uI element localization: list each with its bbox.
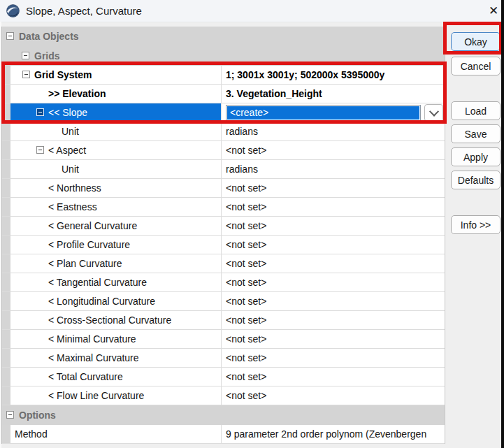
row-minimal-curvature: < Minimal Curvature<not set> bbox=[2, 330, 445, 349]
param-value-plan-curvature[interactable]: <not set> bbox=[222, 254, 445, 273]
param-name-label: < Cross-Sectional Curvature bbox=[48, 315, 171, 326]
param-value-profile-curvature[interactable]: <not set> bbox=[222, 236, 445, 254]
param-name-grid-system[interactable]: Grid System bbox=[10, 66, 222, 84]
param-name-profile-curvature[interactable]: < Profile Curvature bbox=[10, 236, 222, 254]
row-tangential-curvature: < Tangential Curvature<not set> bbox=[2, 273, 445, 292]
param-value-label: <not set> bbox=[226, 390, 266, 401]
param-value-label: 9 parameter 2nd order polynom (Zevenberg… bbox=[226, 428, 426, 440]
row-gutter bbox=[2, 273, 10, 291]
param-value-grid-system[interactable]: 1; 3001x 3001y; 502000x 5395000y bbox=[222, 66, 445, 84]
collapse-icon-grids[interactable] bbox=[22, 52, 29, 59]
param-name-total-curvature[interactable]: < Total Curvature bbox=[10, 368, 222, 386]
param-value-elevation[interactable]: 3. Vegetation_Height bbox=[222, 85, 445, 103]
screen-edge-strip bbox=[501, 0, 504, 448]
load-button[interactable]: Load bbox=[451, 101, 501, 120]
param-value-aspect[interactable]: <not set> bbox=[222, 141, 445, 159]
param-value-label: 3. Vegetation_Height bbox=[226, 88, 322, 99]
param-name-cross-sectional-curvature[interactable]: < Cross-Sectional Curvature bbox=[10, 311, 222, 329]
param-value-label: <not set> bbox=[226, 258, 266, 269]
info-button[interactable]: Info >> bbox=[451, 215, 501, 234]
saga-app-icon bbox=[6, 4, 20, 17]
collapse-icon-aspect[interactable] bbox=[36, 146, 44, 154]
param-value-label: <not set> bbox=[226, 145, 266, 156]
param-value-tangential-curvature[interactable]: <not set> bbox=[222, 273, 445, 291]
param-name-label: < Maximal Curvature bbox=[48, 352, 139, 363]
param-value-label: radians bbox=[226, 126, 258, 137]
okay-button[interactable]: Okay bbox=[451, 32, 501, 51]
row-gutter bbox=[2, 141, 10, 159]
param-name-label: < Flow Line Curvature bbox=[48, 390, 144, 401]
param-value-eastness[interactable]: <not set> bbox=[222, 198, 445, 216]
row-flow-line-curvature: < Flow Line Curvature<not set> bbox=[2, 386, 445, 405]
row-aspect: < Aspect<not set> bbox=[2, 141, 445, 160]
apply-button[interactable]: Apply bbox=[451, 147, 501, 166]
param-name-aspect[interactable]: < Aspect bbox=[10, 141, 222, 159]
param-value-label: <not set> bbox=[226, 315, 266, 326]
param-name-flow-line-curvature[interactable]: < Flow Line Curvature bbox=[10, 386, 222, 405]
row-gutter bbox=[2, 66, 10, 84]
parameters-table: Data ObjectsGridsGrid System1; 3001x 300… bbox=[1, 27, 445, 444]
param-name-maximal-curvature[interactable]: < Maximal Curvature bbox=[10, 349, 222, 367]
param-value-label: <not set> bbox=[226, 182, 266, 194]
save-button[interactable]: Save bbox=[451, 124, 501, 143]
param-name-longitudinal-curvature[interactable]: < Longitudinal Curvature bbox=[10, 292, 222, 310]
param-value-general-curvature[interactable]: <not set> bbox=[222, 217, 445, 235]
row-gutter bbox=[2, 103, 10, 122]
param-name-label: < Eastness bbox=[48, 201, 97, 212]
value-combobox[interactable]: <create> bbox=[226, 105, 421, 121]
collapse-icon-options[interactable] bbox=[6, 411, 14, 419]
category-label: Data Objects bbox=[19, 27, 79, 46]
param-name-tangential-curvature[interactable]: < Tangential Curvature bbox=[10, 273, 222, 291]
row-options: Options bbox=[2, 405, 445, 425]
cancel-button[interactable]: Cancel bbox=[451, 57, 501, 75]
row-method: Method9 parameter 2nd order polynom (Zev… bbox=[2, 425, 445, 444]
row-gutter bbox=[2, 386, 10, 405]
param-value-method[interactable]: 9 parameter 2nd order polynom (Zevenberg… bbox=[222, 425, 445, 443]
param-value-maximal-curvature[interactable]: <not set> bbox=[222, 349, 445, 367]
row-northness: < Northness<not set> bbox=[2, 179, 445, 198]
param-name-plan-curvature[interactable]: < Plan Curvature bbox=[10, 254, 222, 273]
param-name-label: < Minimal Curvature bbox=[48, 333, 136, 345]
param-value-unit[interactable]: radians bbox=[222, 160, 445, 178]
param-value-label: <not set> bbox=[226, 277, 266, 288]
param-value-total-curvature[interactable]: <not set> bbox=[222, 368, 445, 386]
row-gutter bbox=[2, 311, 10, 329]
row-longitudinal-curvature: < Longitudinal Curvature<not set> bbox=[2, 292, 445, 311]
row-unit: Unitradians bbox=[2, 122, 445, 141]
row-gutter bbox=[2, 292, 10, 310]
row-slope: << Slope<create> bbox=[2, 103, 445, 122]
row-general-curvature: < General Curvature<not set> bbox=[2, 217, 445, 236]
row-gutter bbox=[2, 425, 10, 443]
combobox-dropdown-button[interactable] bbox=[424, 104, 443, 122]
param-name-unit[interactable]: Unit bbox=[10, 160, 222, 178]
param-value-label: <not set> bbox=[226, 296, 266, 307]
param-name-northness[interactable]: < Northness bbox=[10, 179, 222, 197]
category-label: Grids bbox=[34, 46, 60, 66]
param-name-elevation[interactable]: >> Elevation bbox=[10, 85, 222, 103]
param-name-label: < General Curvature bbox=[48, 220, 137, 231]
param-value-cross-sectional-curvature[interactable]: <not set> bbox=[222, 311, 445, 329]
row-gutter bbox=[2, 85, 10, 103]
param-value-northness[interactable]: <not set> bbox=[222, 179, 445, 197]
param-value-slope[interactable]: <create> bbox=[222, 103, 445, 122]
row-gutter bbox=[2, 217, 10, 235]
close-icon[interactable]: ✕ bbox=[485, 3, 502, 19]
collapse-icon-grid-system[interactable] bbox=[22, 71, 30, 78]
param-name-label: >> Elevation bbox=[48, 88, 106, 99]
param-value-label: <not set> bbox=[226, 333, 266, 345]
param-name-general-curvature[interactable]: < General Curvature bbox=[10, 217, 222, 235]
param-value-flow-line-curvature[interactable]: <not set> bbox=[222, 386, 445, 405]
row-maximal-curvature: < Maximal Curvature<not set> bbox=[2, 349, 445, 368]
param-name-slope[interactable]: << Slope bbox=[10, 103, 222, 122]
param-name-method[interactable]: Method bbox=[10, 425, 222, 443]
param-name-unit[interactable]: Unit bbox=[10, 122, 222, 140]
defaults-button[interactable]: Defaults bbox=[451, 171, 501, 189]
collapse-icon-slope[interactable] bbox=[36, 108, 44, 116]
param-name-minimal-curvature[interactable]: < Minimal Curvature bbox=[10, 330, 222, 348]
row-grid-system: Grid System1; 3001x 3001y; 502000x 53950… bbox=[2, 66, 445, 85]
param-value-longitudinal-curvature[interactable]: <not set> bbox=[222, 292, 445, 310]
param-value-unit[interactable]: radians bbox=[222, 122, 445, 140]
param-value-minimal-curvature[interactable]: <not set> bbox=[222, 330, 445, 348]
param-name-eastness[interactable]: < Eastness bbox=[10, 198, 222, 216]
collapse-icon-data-objects[interactable] bbox=[6, 32, 14, 40]
